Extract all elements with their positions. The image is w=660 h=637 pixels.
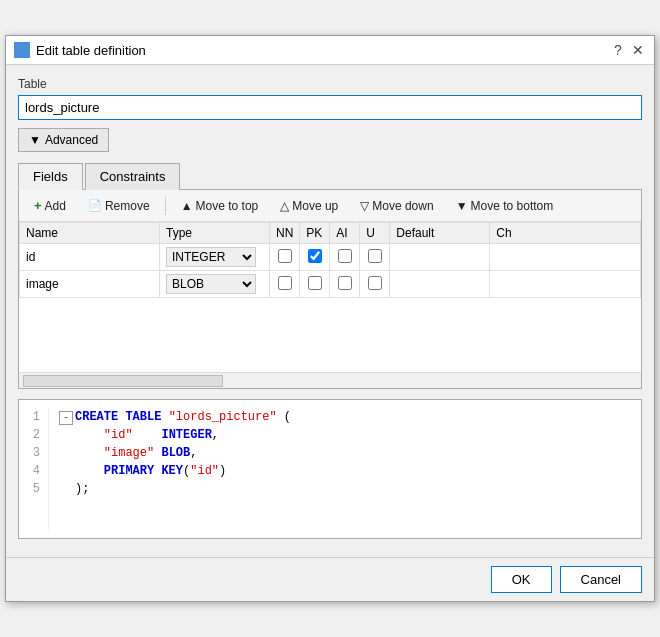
cell-ai	[330, 271, 360, 298]
fields-toolbar: + Add 📄 Remove ▲ Move to top △ Move up	[19, 190, 641, 222]
cell-ai	[330, 244, 360, 271]
col-ch: Ch	[490, 223, 641, 244]
u-checkbox[interactable]	[368, 276, 382, 290]
col-ai: AI	[330, 223, 360, 244]
dialog-title: Edit table definition	[36, 43, 604, 58]
line-number: 4	[27, 462, 40, 480]
remove-button[interactable]: 📄 Remove	[79, 195, 159, 217]
move-down-icon: ▽	[360, 199, 369, 213]
u-checkbox[interactable]	[368, 249, 382, 263]
advanced-label: Advanced	[45, 133, 98, 147]
fields-table: Name Type NN PK AI U Default Ch idINTEGE…	[19, 222, 641, 298]
col-nn: NN	[270, 223, 300, 244]
cell-ch	[490, 271, 641, 298]
cell-nn	[270, 244, 300, 271]
type-select[interactable]: INTEGERTEXTBLOBREALNUMERIC	[166, 247, 256, 267]
ok-button[interactable]: OK	[491, 566, 552, 593]
dialog-body: Table ▼ Advanced Fields Constraints + Ad…	[6, 65, 654, 551]
cell-default	[390, 271, 490, 298]
code-line: );	[59, 480, 631, 498]
move-up-icon: △	[280, 199, 289, 213]
cell-ch	[490, 244, 641, 271]
col-u: U	[360, 223, 390, 244]
cell-pk	[300, 271, 330, 298]
fields-table-container: Name Type NN PK AI U Default Ch idINTEGE…	[19, 222, 641, 372]
table-row: idINTEGERTEXTBLOBREALNUMERIC	[20, 244, 641, 271]
add-icon: +	[34, 198, 42, 213]
cell-type: INTEGERTEXTBLOBREALNUMERIC	[160, 244, 270, 271]
col-type: Type	[160, 223, 270, 244]
pk-checkbox[interactable]	[308, 276, 322, 290]
col-pk: PK	[300, 223, 330, 244]
tabs-bar: Fields Constraints	[18, 162, 642, 190]
code-line: "image" BLOB,	[59, 444, 631, 462]
move-up-button[interactable]: △ Move up	[271, 195, 347, 217]
pk-checkbox[interactable]	[308, 249, 322, 263]
move-to-bottom-button[interactable]: ▼ Move to bottom	[447, 195, 563, 217]
tab-constraints[interactable]: Constraints	[85, 163, 181, 190]
dialog-icon	[14, 42, 30, 58]
title-bar: Edit table definition ? ✕	[6, 36, 654, 65]
line-number: 1	[27, 408, 40, 426]
table-label: Table	[18, 77, 642, 91]
line-number: 5	[27, 480, 40, 498]
ai-checkbox[interactable]	[338, 249, 352, 263]
help-button[interactable]: ?	[610, 42, 626, 58]
fields-panel: + Add 📄 Remove ▲ Move to top △ Move up	[18, 190, 642, 389]
code-content: -CREATE TABLE "lords_picture" ( "id" INT…	[49, 408, 641, 530]
nn-checkbox[interactable]	[278, 249, 292, 263]
move-to-top-button[interactable]: ▲ Move to top	[172, 195, 268, 217]
col-name: Name	[20, 223, 160, 244]
remove-icon: 📄	[88, 199, 102, 212]
type-select[interactable]: INTEGERTEXTBLOBREALNUMERIC	[166, 274, 256, 294]
scrollbar-row	[19, 372, 641, 388]
code-line: -CREATE TABLE "lords_picture" (	[59, 408, 631, 426]
cell-name: image	[20, 271, 160, 298]
line-number: 2	[27, 426, 40, 444]
title-controls: ? ✕	[610, 42, 646, 58]
close-button[interactable]: ✕	[630, 42, 646, 58]
cell-default	[390, 244, 490, 271]
line-number: 3	[27, 444, 40, 462]
table-name-input[interactable]	[18, 95, 642, 120]
edit-table-dialog: Edit table definition ? ✕ Table ▼ Advanc…	[5, 35, 655, 602]
line-numbers: 12345	[19, 408, 49, 530]
cancel-button[interactable]: Cancel	[560, 566, 642, 593]
move-down-button[interactable]: ▽ Move down	[351, 195, 442, 217]
add-button[interactable]: + Add	[25, 194, 75, 217]
tab-fields[interactable]: Fields	[18, 163, 83, 190]
ai-checkbox[interactable]	[338, 276, 352, 290]
horizontal-scrollbar[interactable]	[23, 375, 223, 387]
advanced-button[interactable]: ▼ Advanced	[18, 128, 109, 152]
dialog-footer: OK Cancel	[6, 557, 654, 601]
nn-checkbox[interactable]	[278, 276, 292, 290]
cell-u	[360, 244, 390, 271]
code-line: PRIMARY KEY("id")	[59, 462, 631, 480]
cell-u	[360, 271, 390, 298]
advanced-arrow: ▼	[29, 133, 41, 147]
move-to-bottom-icon: ▼	[456, 199, 468, 213]
code-line: "id" INTEGER,	[59, 426, 631, 444]
cell-name: id	[20, 244, 160, 271]
cell-type: INTEGERTEXTBLOBREALNUMERIC	[160, 271, 270, 298]
col-default: Default	[390, 223, 490, 244]
fold-icon[interactable]: -	[59, 411, 73, 425]
table-row: imageINTEGERTEXTBLOBREALNUMERIC	[20, 271, 641, 298]
cell-pk	[300, 244, 330, 271]
cell-nn	[270, 271, 300, 298]
code-panel: 12345 -CREATE TABLE "lords_picture" ( "i…	[18, 399, 642, 539]
toolbar-separator-1	[165, 197, 166, 215]
move-to-top-icon: ▲	[181, 199, 193, 213]
svg-rect-0	[16, 44, 28, 56]
